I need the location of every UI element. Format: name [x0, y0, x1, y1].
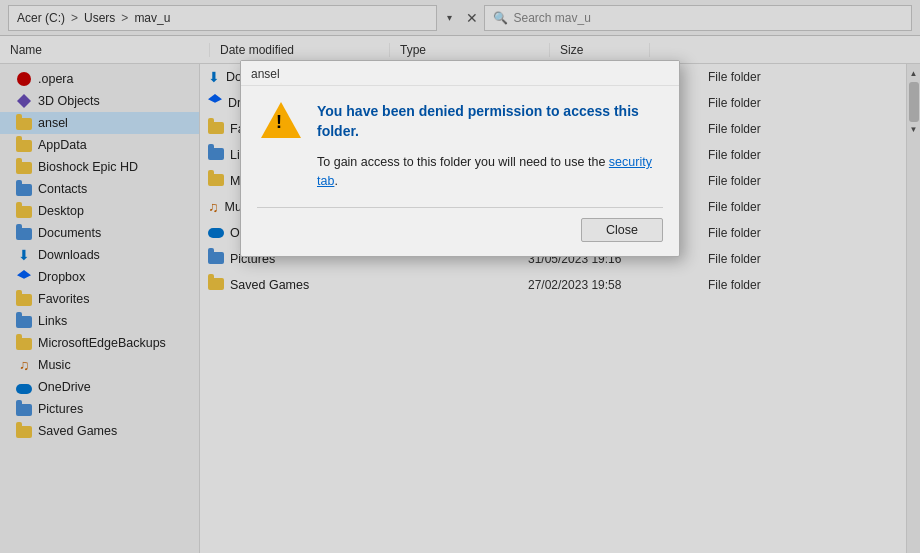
dialog-text-area: You have been denied permission to acces…	[317, 102, 659, 191]
dialog-titlebar: ansel	[241, 61, 679, 86]
modal-overlay: ansel You have been denied permission to…	[0, 0, 920, 553]
explorer-window: Acer (C:) > Users > mav_u ▾ ✕ 🔍 Search m…	[0, 0, 920, 553]
permission-dialog: ansel You have been denied permission to…	[240, 60, 680, 257]
warning-icon	[261, 102, 301, 142]
dialog-body-text: To gain access to this folder you will n…	[317, 155, 605, 169]
dialog-heading: You have been denied permission to acces…	[317, 102, 659, 141]
dialog-body: To gain access to this folder you will n…	[317, 153, 659, 191]
warning-triangle	[261, 102, 301, 138]
dialog-title: ansel	[251, 67, 280, 81]
close-button[interactable]: Close	[581, 218, 663, 242]
dialog-body-end: .	[334, 174, 337, 188]
dialog-footer: Close	[241, 208, 679, 256]
dialog-content: You have been denied permission to acces…	[241, 86, 679, 207]
